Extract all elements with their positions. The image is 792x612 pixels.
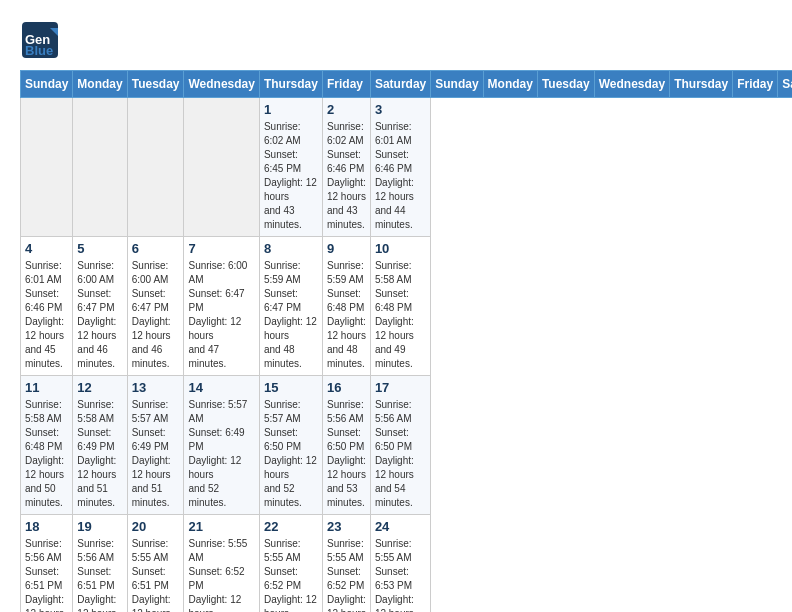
day-info: Sunrise: 5:55 AM Sunset: 6:53 PM Dayligh…: [375, 537, 426, 612]
page-header: Gen Blue: [20, 20, 772, 60]
day-info: Sunrise: 5:55 AM Sunset: 6:52 PM Dayligh…: [188, 537, 254, 612]
day-info: Sunrise: 5:58 AM Sunset: 6:49 PM Dayligh…: [77, 398, 122, 510]
day-info: Sunrise: 5:57 AM Sunset: 6:49 PM Dayligh…: [132, 398, 180, 510]
calendar-day-header: Sunday: [21, 71, 73, 98]
calendar-cell: 20Sunrise: 5:55 AM Sunset: 6:51 PM Dayli…: [127, 515, 184, 613]
calendar-cell: 22Sunrise: 5:55 AM Sunset: 6:52 PM Dayli…: [259, 515, 322, 613]
calendar-day-header: Saturday: [370, 71, 430, 98]
day-info: Sunrise: 5:56 AM Sunset: 6:51 PM Dayligh…: [25, 537, 68, 612]
day-number: 15: [264, 380, 318, 395]
calendar-cell: 4Sunrise: 6:01 AM Sunset: 6:46 PM Daylig…: [21, 237, 73, 376]
day-number: 21: [188, 519, 254, 534]
calendar-cell: 24Sunrise: 5:55 AM Sunset: 6:53 PM Dayli…: [370, 515, 430, 613]
day-number: 12: [77, 380, 122, 395]
calendar-day-header: Saturday: [778, 71, 792, 98]
calendar-day-header: Monday: [73, 71, 127, 98]
day-number: 13: [132, 380, 180, 395]
day-info: Sunrise: 5:55 AM Sunset: 6:51 PM Dayligh…: [132, 537, 180, 612]
calendar-week-row: 18Sunrise: 5:56 AM Sunset: 6:51 PM Dayli…: [21, 515, 793, 613]
day-number: 22: [264, 519, 318, 534]
day-number: 8: [264, 241, 318, 256]
day-info: Sunrise: 5:55 AM Sunset: 6:52 PM Dayligh…: [327, 537, 366, 612]
calendar-cell: 14Sunrise: 5:57 AM Sunset: 6:49 PM Dayli…: [184, 376, 259, 515]
day-number: 5: [77, 241, 122, 256]
calendar-cell: 9Sunrise: 5:59 AM Sunset: 6:48 PM Daylig…: [322, 237, 370, 376]
day-info: Sunrise: 6:00 AM Sunset: 6:47 PM Dayligh…: [188, 259, 254, 371]
day-info: Sunrise: 5:59 AM Sunset: 6:48 PM Dayligh…: [327, 259, 366, 371]
calendar-day-header: Wednesday: [594, 71, 669, 98]
calendar-day-header: Sunday: [431, 71, 483, 98]
calendar-week-row: 11Sunrise: 5:58 AM Sunset: 6:48 PM Dayli…: [21, 376, 793, 515]
calendar-cell: [184, 98, 259, 237]
day-info: Sunrise: 6:00 AM Sunset: 6:47 PM Dayligh…: [77, 259, 122, 371]
day-number: 3: [375, 102, 426, 117]
day-number: 7: [188, 241, 254, 256]
calendar-cell: 21Sunrise: 5:55 AM Sunset: 6:52 PM Dayli…: [184, 515, 259, 613]
calendar-cell: 19Sunrise: 5:56 AM Sunset: 6:51 PM Dayli…: [73, 515, 127, 613]
calendar-cell: 3Sunrise: 6:01 AM Sunset: 6:46 PM Daylig…: [370, 98, 430, 237]
calendar-day-header: Thursday: [259, 71, 322, 98]
day-number: 1: [264, 102, 318, 117]
day-info: Sunrise: 5:58 AM Sunset: 6:48 PM Dayligh…: [25, 398, 68, 510]
calendar-cell: 12Sunrise: 5:58 AM Sunset: 6:49 PM Dayli…: [73, 376, 127, 515]
calendar-cell: 7Sunrise: 6:00 AM Sunset: 6:47 PM Daylig…: [184, 237, 259, 376]
day-info: Sunrise: 5:57 AM Sunset: 6:50 PM Dayligh…: [264, 398, 318, 510]
day-number: 10: [375, 241, 426, 256]
day-info: Sunrise: 5:56 AM Sunset: 6:51 PM Dayligh…: [77, 537, 122, 612]
day-info: Sunrise: 5:56 AM Sunset: 6:50 PM Dayligh…: [327, 398, 366, 510]
calendar-week-row: 4Sunrise: 6:01 AM Sunset: 6:46 PM Daylig…: [21, 237, 793, 376]
day-info: Sunrise: 5:57 AM Sunset: 6:49 PM Dayligh…: [188, 398, 254, 510]
day-number: 17: [375, 380, 426, 395]
day-number: 6: [132, 241, 180, 256]
calendar-day-header: Thursday: [670, 71, 733, 98]
calendar-cell: 5Sunrise: 6:00 AM Sunset: 6:47 PM Daylig…: [73, 237, 127, 376]
day-number: 11: [25, 380, 68, 395]
calendar-cell: 13Sunrise: 5:57 AM Sunset: 6:49 PM Dayli…: [127, 376, 184, 515]
calendar-cell: 16Sunrise: 5:56 AM Sunset: 6:50 PM Dayli…: [322, 376, 370, 515]
day-info: Sunrise: 5:56 AM Sunset: 6:50 PM Dayligh…: [375, 398, 426, 510]
calendar-day-header: Monday: [483, 71, 537, 98]
day-number: 2: [327, 102, 366, 117]
logo: Gen Blue: [20, 20, 64, 60]
logo-icon: Gen Blue: [20, 20, 60, 60]
calendar-cell: [21, 98, 73, 237]
day-info: Sunrise: 5:55 AM Sunset: 6:52 PM Dayligh…: [264, 537, 318, 612]
day-info: Sunrise: 6:01 AM Sunset: 6:46 PM Dayligh…: [375, 120, 426, 232]
day-number: 16: [327, 380, 366, 395]
day-info: Sunrise: 5:59 AM Sunset: 6:47 PM Dayligh…: [264, 259, 318, 371]
day-number: 20: [132, 519, 180, 534]
day-number: 4: [25, 241, 68, 256]
day-number: 14: [188, 380, 254, 395]
calendar-day-header: Friday: [322, 71, 370, 98]
calendar-cell: 11Sunrise: 5:58 AM Sunset: 6:48 PM Dayli…: [21, 376, 73, 515]
day-number: 18: [25, 519, 68, 534]
day-number: 23: [327, 519, 366, 534]
calendar-cell: 10Sunrise: 5:58 AM Sunset: 6:48 PM Dayli…: [370, 237, 430, 376]
calendar-cell: [73, 98, 127, 237]
calendar-cell: 6Sunrise: 6:00 AM Sunset: 6:47 PM Daylig…: [127, 237, 184, 376]
day-info: Sunrise: 6:02 AM Sunset: 6:45 PM Dayligh…: [264, 120, 318, 232]
calendar-cell: [127, 98, 184, 237]
day-number: 19: [77, 519, 122, 534]
calendar-cell: 2Sunrise: 6:02 AM Sunset: 6:46 PM Daylig…: [322, 98, 370, 237]
calendar-cell: 8Sunrise: 5:59 AM Sunset: 6:47 PM Daylig…: [259, 237, 322, 376]
calendar-table: SundayMondayTuesdayWednesdayThursdayFrid…: [20, 70, 792, 612]
day-info: Sunrise: 6:00 AM Sunset: 6:47 PM Dayligh…: [132, 259, 180, 371]
calendar-cell: 18Sunrise: 5:56 AM Sunset: 6:51 PM Dayli…: [21, 515, 73, 613]
calendar-cell: 15Sunrise: 5:57 AM Sunset: 6:50 PM Dayli…: [259, 376, 322, 515]
calendar-day-header: Tuesday: [537, 71, 594, 98]
calendar-day-header: Tuesday: [127, 71, 184, 98]
calendar-cell: 23Sunrise: 5:55 AM Sunset: 6:52 PM Dayli…: [322, 515, 370, 613]
day-number: 9: [327, 241, 366, 256]
day-info: Sunrise: 5:58 AM Sunset: 6:48 PM Dayligh…: [375, 259, 426, 371]
calendar-cell: 17Sunrise: 5:56 AM Sunset: 6:50 PM Dayli…: [370, 376, 430, 515]
calendar-week-row: 1Sunrise: 6:02 AM Sunset: 6:45 PM Daylig…: [21, 98, 793, 237]
calendar-header-row: SundayMondayTuesdayWednesdayThursdayFrid…: [21, 71, 793, 98]
calendar-day-header: Wednesday: [184, 71, 259, 98]
day-info: Sunrise: 6:02 AM Sunset: 6:46 PM Dayligh…: [327, 120, 366, 232]
calendar-day-header: Friday: [733, 71, 778, 98]
svg-text:Blue: Blue: [25, 43, 53, 58]
day-info: Sunrise: 6:01 AM Sunset: 6:46 PM Dayligh…: [25, 259, 68, 371]
calendar-cell: 1Sunrise: 6:02 AM Sunset: 6:45 PM Daylig…: [259, 98, 322, 237]
day-number: 24: [375, 519, 426, 534]
